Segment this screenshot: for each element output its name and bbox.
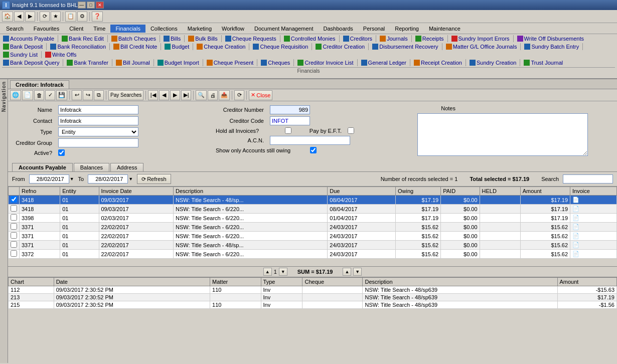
table-row[interactable]: 3371 01 22/02/2017 NSW: Title Search - 4…	[9, 241, 617, 250]
ribbon-bulk-bills[interactable]: Bulk Bills	[187, 36, 219, 42]
invoice-icon[interactable]: 📄	[572, 224, 579, 230]
ribbon-budget-import[interactable]: Budget Import	[157, 60, 200, 66]
menu-reporting[interactable]: Reporting	[390, 25, 424, 33]
invoice-icon[interactable]: 📄	[572, 197, 579, 203]
row-checkbox[interactable]	[11, 196, 17, 203]
find-button[interactable]: 🔍	[196, 90, 207, 100]
ribbon-cheque-present[interactable]: Cheque Present	[206, 60, 255, 66]
sort-down-button[interactable]: ▼	[279, 268, 287, 276]
table-row[interactable]: 3418 01 09/03/2017 NSW: Title Search - 4…	[9, 196, 617, 205]
row-checkbox-cell[interactable]	[9, 214, 20, 223]
invoice-icon[interactable]: 📄	[572, 233, 579, 239]
ribbon-bank-deposit[interactable]: Bank Deposit	[2, 44, 44, 50]
invoice-icon[interactable]: 📄	[572, 251, 579, 257]
print-button[interactable]: 🖨	[208, 90, 218, 100]
settings-button[interactable]: ⚙	[77, 12, 87, 22]
delete-button[interactable]: 🗑	[34, 90, 44, 100]
row-checkbox[interactable]	[11, 241, 17, 248]
menu-workflow[interactable]: Workflow	[217, 25, 249, 33]
col-invoice[interactable]: Invoice	[570, 187, 617, 196]
row-checkbox-cell[interactable]	[9, 250, 20, 259]
ribbon-receipts[interactable]: Receipts	[414, 36, 445, 42]
ribbon-bank-deposit-query[interactable]: Bank Deposit Query	[2, 60, 60, 66]
ribbon-cheque-creation[interactable]: Cheque Creation	[196, 44, 246, 50]
menu-dashboards[interactable]: Dashboards	[318, 25, 358, 33]
ribbon-disbursement-recovery[interactable]: Disbursement Recovery	[371, 44, 439, 50]
from-date-input[interactable]	[29, 174, 69, 184]
detail-row[interactable]: 215 09/03/2017 2:30:52 PM 110 Inv NSW: T…	[9, 301, 617, 309]
row-checkbox-cell[interactable]	[9, 205, 20, 214]
menu-client[interactable]: Client	[64, 25, 88, 33]
to-date-dropdown[interactable]: ▼	[128, 176, 133, 181]
row-checkbox[interactable]	[11, 232, 17, 239]
dcol-description[interactable]: Description	[363, 278, 557, 286]
refresh-records-button[interactable]: ⟳ Refresh	[137, 174, 171, 184]
pay-searches-button[interactable]: Pay Searches	[108, 90, 143, 100]
dcol-cheque[interactable]: Cheque	[302, 278, 363, 286]
dcol-matter[interactable]: Matter	[210, 278, 261, 286]
close-form-button[interactable]: ✕ Close	[249, 90, 272, 100]
search-input[interactable]	[563, 174, 613, 184]
ribbon-batch-cheques[interactable]: Batch Cheques	[110, 36, 157, 42]
ribbon-sundry-import-errors[interactable]: Sundry Import Errors	[450, 36, 511, 42]
acn-input[interactable]	[270, 136, 350, 145]
menu-financials[interactable]: Financials	[110, 25, 145, 33]
tab-accounts-payable[interactable]: Accounts Payable	[12, 163, 73, 171]
detail-row[interactable]: 112 09/03/2017 2:30:52 PM 110 Inv NSW: T…	[9, 286, 617, 294]
first-record-button[interactable]: |◀	[148, 90, 158, 100]
dcol-date[interactable]: Date	[54, 278, 210, 286]
col-owing[interactable]: Owing	[395, 187, 440, 196]
ribbon-journals[interactable]: Journals	[379, 36, 409, 42]
menu-time[interactable]: Time	[88, 25, 110, 33]
ribbon-bank-reconciliation[interactable]: Bank Reconciliation	[49, 44, 107, 50]
undo-button[interactable]: ↩	[72, 90, 82, 100]
row-checkbox-cell[interactable]	[9, 241, 20, 250]
pay-eft-checkbox[interactable]	[348, 127, 354, 134]
ribbon-bills[interactable]: Bills	[163, 36, 182, 42]
to-date-input[interactable]	[88, 174, 128, 184]
col-entity[interactable]: Entity	[60, 187, 99, 196]
col-paid[interactable]: PAID	[441, 187, 480, 196]
dcol-amount[interactable]: Amount	[557, 278, 617, 286]
menu-search[interactable]: Search	[1, 25, 29, 33]
ribbon-sundry-list[interactable]: Sundry List	[2, 52, 39, 58]
sort-down-button-2[interactable]: ▼	[353, 268, 362, 276]
export-button[interactable]: 📤	[219, 90, 230, 100]
ribbon-cheque-requisition[interactable]: Cheque Requisition	[252, 44, 309, 50]
sort-up-button[interactable]: ▲	[263, 268, 272, 276]
ribbon-accounts-payable[interactable]: Accounts Payable	[2, 36, 55, 42]
globe-button[interactable]: 🌐	[10, 90, 21, 100]
creditor-code-input[interactable]	[270, 116, 310, 125]
validate-button[interactable]: ✓	[45, 90, 55, 100]
menu-personal[interactable]: Personal	[358, 25, 390, 33]
ribbon-general-ledger[interactable]: General Ledger	[360, 60, 407, 66]
table-row[interactable]: 3371 01 22/02/2017 NSW: Title Search - 6…	[9, 223, 617, 232]
menu-favourites[interactable]: Favourites	[29, 25, 64, 33]
invoice-icon[interactable]: 📄	[572, 206, 579, 212]
creditor-group-input[interactable]	[58, 138, 138, 147]
minimize-button[interactable]: —	[78, 2, 86, 9]
next-record-button[interactable]: ▶	[170, 90, 180, 100]
dcol-chart[interactable]: Chart	[9, 278, 54, 286]
help-button[interactable]: ❓	[92, 12, 103, 22]
row-checkbox[interactable]	[11, 205, 17, 212]
row-checkbox-cell[interactable]	[9, 223, 20, 232]
ribbon-cheques[interactable]: Cheques	[260, 60, 291, 66]
ribbon-sundry-creation[interactable]: Sundry Creation	[469, 60, 518, 66]
notes-textarea[interactable]	[417, 113, 588, 156]
ribbon-write-off-disbursements[interactable]: Write Off Disbursements	[516, 36, 585, 42]
ribbon-creditor-invoice-list[interactable]: Creditor Invoice List	[296, 60, 354, 66]
detail-row[interactable]: 213 09/03/2017 2:30:52 PM Inv NSW: Title…	[9, 294, 617, 301]
row-checkbox[interactable]	[11, 214, 17, 221]
col-invoice-date[interactable]: Invoice Date	[99, 187, 174, 196]
menu-marketing[interactable]: Marketing	[183, 25, 217, 33]
col-held[interactable]: HELD	[480, 187, 520, 196]
row-checkbox[interactable]	[11, 250, 17, 257]
ribbon-bill-journal[interactable]: Bill Journal	[115, 60, 151, 66]
back-button[interactable]: ◀	[14, 12, 24, 22]
forward-button[interactable]: ▶	[25, 12, 35, 22]
active-checkbox[interactable]	[58, 149, 65, 156]
table-row[interactable]: 3398 01 02/03/2017 NSW: Title Search - 6…	[9, 214, 617, 223]
close-window-button[interactable]: ✕	[96, 2, 104, 9]
menu-document-management[interactable]: Document Management	[249, 25, 318, 33]
